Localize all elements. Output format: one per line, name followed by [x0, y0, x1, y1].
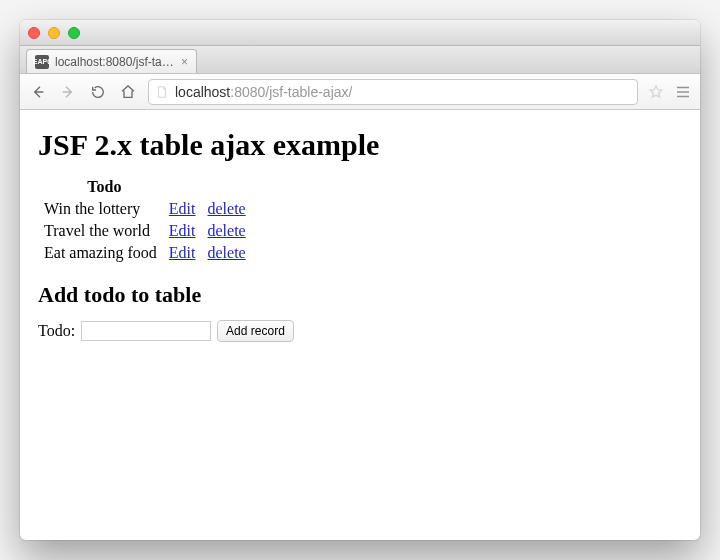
add-record-button[interactable]: Add record — [217, 320, 294, 342]
url-host: localhost — [175, 84, 230, 100]
todo-label: Win the lottery — [38, 198, 163, 220]
todo-input[interactable] — [81, 321, 211, 341]
url-text: localhost:8080/jsf-table-ajax/ — [175, 84, 352, 100]
traffic-lights — [28, 27, 80, 39]
home-icon — [120, 84, 136, 100]
table-row: Eat amazing food Edit delete — [38, 242, 252, 264]
home-button[interactable] — [118, 82, 138, 102]
address-bar[interactable]: localhost:8080/jsf-table-ajax/ — [148, 79, 638, 105]
close-tab-icon[interactable]: × — [181, 55, 188, 69]
table-row: Travel the world Edit delete — [38, 220, 252, 242]
column-header-todo: Todo — [38, 176, 163, 198]
edit-link[interactable]: Edit — [169, 200, 196, 217]
browser-window: EAP6 localhost:8080/jsf-table-aj × local… — [20, 20, 700, 540]
tab-title: localhost:8080/jsf-table-aj — [55, 55, 175, 69]
window-close-button[interactable] — [28, 27, 40, 39]
forward-button — [58, 82, 78, 102]
window-maximize-button[interactable] — [68, 27, 80, 39]
reload-button[interactable] — [88, 82, 108, 102]
page-heading: JSF 2.x table ajax example — [38, 128, 682, 162]
url-path: :8080/jsf-table-ajax/ — [230, 84, 352, 100]
menu-icon[interactable] — [674, 83, 692, 101]
window-minimize-button[interactable] — [48, 27, 60, 39]
browser-tab[interactable]: EAP6 localhost:8080/jsf-table-aj × — [26, 49, 197, 73]
add-heading: Add todo to table — [38, 282, 682, 308]
window-titlebar — [20, 20, 700, 46]
reload-icon — [90, 84, 106, 100]
arrow-right-icon — [60, 84, 76, 100]
page-content: JSF 2.x table ajax example Todo Win the … — [20, 110, 700, 540]
table-row: Win the lottery Edit delete — [38, 198, 252, 220]
todo-label: Eat amazing food — [38, 242, 163, 264]
page-icon — [155, 85, 169, 99]
todo-input-label: Todo: — [38, 322, 75, 340]
delete-link[interactable]: delete — [208, 222, 246, 239]
todo-table: Todo Win the lottery Edit delete Travel … — [38, 176, 252, 264]
todo-label: Travel the world — [38, 220, 163, 242]
add-form: Todo: Add record — [38, 320, 682, 342]
favicon-icon: EAP6 — [35, 55, 49, 69]
bookmark-star-icon[interactable] — [648, 84, 664, 100]
tab-strip: EAP6 localhost:8080/jsf-table-aj × — [20, 46, 700, 74]
delete-link[interactable]: delete — [208, 200, 246, 217]
edit-link[interactable]: Edit — [169, 222, 196, 239]
delete-link[interactable]: delete — [208, 244, 246, 261]
browser-toolbar: localhost:8080/jsf-table-ajax/ — [20, 74, 700, 110]
back-button[interactable] — [28, 82, 48, 102]
edit-link[interactable]: Edit — [169, 244, 196, 261]
arrow-left-icon — [30, 84, 46, 100]
